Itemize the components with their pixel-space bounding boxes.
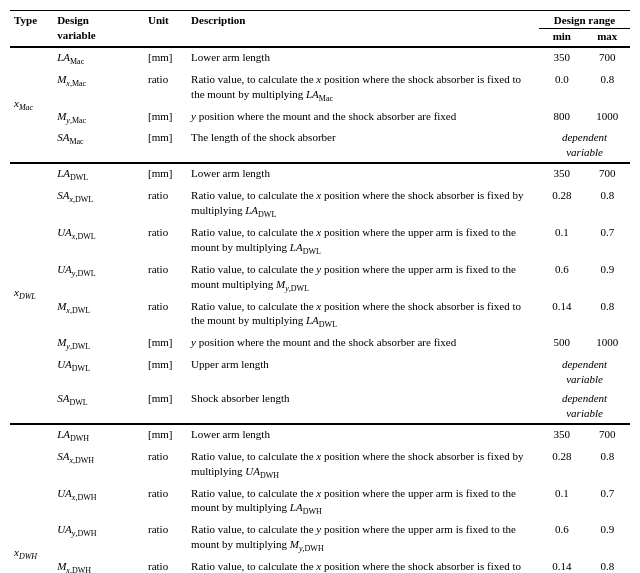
desc-sax-dwl: Ratio value, to calculate the x position… [187,186,539,223]
var-la-mac: LAMac [53,47,144,70]
desc-la-dwh: Lower arm length [187,424,539,447]
col-max-header: max [585,28,630,46]
max-my-mac: 1000 [585,107,630,129]
table-row: UAy,DWL ratio Ratio value, to calculate … [10,260,630,297]
table-row: xDWL LADWL [mm] Lower arm length 350 700 [10,163,630,186]
col-unit-header: Unit [144,11,187,47]
min-sax-dwh: 0.28 [539,447,584,484]
max-la-dwh: 700 [585,424,630,447]
min-la-dwl: 350 [539,163,584,186]
desc-ua-dwl: Upper arm length [187,355,539,389]
unit-sa-dwl: [mm] [144,389,187,424]
min-la-dwh: 350 [539,424,584,447]
desc-my-mac: y position where the mount and the shock… [187,107,539,129]
desc-my-dwl: y position where the mount and the shock… [187,333,539,355]
var-uay-dwl: UAy,DWL [53,260,144,297]
max-la-mac: 700 [585,47,630,70]
group-label-dwl: xDWL [10,163,53,424]
min-uax-dwl: 0.1 [539,223,584,260]
unit-my-dwl: [mm] [144,333,187,355]
var-la-dwh: LADWH [53,424,144,447]
var-my-dwl: My,DWL [53,333,144,355]
unit-uay-dwl: ratio [144,260,187,297]
unit-uax-dwh: ratio [144,484,187,521]
max-mx-dwl: 0.8 [585,297,630,334]
unit-ua-dwl: [mm] [144,355,187,389]
desc-mx-dwh: Ratio value, to calculate the x position… [187,557,539,573]
var-mx-dwl: Mx,DWL [53,297,144,334]
table-row: xMac LAMac [mm] Lower arm length 350 700 [10,47,630,70]
unit-sax-dwl: ratio [144,186,187,223]
min-sax-dwl: 0.28 [539,186,584,223]
table-row: SAMac [mm] The length of the shock absor… [10,128,630,163]
table-row: Mx,DWH ratio Ratio value, to calculate t… [10,557,630,573]
table-row: My,Mac [mm] y position where the mount a… [10,107,630,129]
min-uax-dwh: 0.1 [539,484,584,521]
desc-uax-dwh: Ratio value, to calculate the x position… [187,484,539,521]
unit-mx-mac: ratio [144,70,187,107]
group-label-mac: xMac [10,47,53,163]
var-sa-dwl: SADWL [53,389,144,424]
table-row: UAy,DWH ratio Ratio value, to calculate … [10,520,630,557]
desc-mx-dwl: Ratio value, to calculate the x position… [187,297,539,334]
unit-mx-dwh: ratio [144,557,187,573]
unit-la-mac: [mm] [144,47,187,70]
min-mx-dwl: 0.14 [539,297,584,334]
max-uax-dwl: 0.7 [585,223,630,260]
table-row: Mx,Mac ratio Ratio value, to calculate t… [10,70,630,107]
desc-uay-dwh: Ratio value, to calculate the y position… [187,520,539,557]
min-mx-dwh: 0.14 [539,557,584,573]
dep-sa-mac: dependent variable [539,128,630,163]
unit-mx-dwl: ratio [144,297,187,334]
col-min-header: min [539,28,584,46]
desc-uax-dwl: Ratio value, to calculate the x position… [187,223,539,260]
unit-my-mac: [mm] [144,107,187,129]
table-row: SADWL [mm] Shock absorber length depende… [10,389,630,424]
table-header-top: Type Designvariable Unit Description Des… [10,11,630,29]
max-la-dwl: 700 [585,163,630,186]
var-mx-mac: Mx,Mac [53,70,144,107]
dep-ua-dwl: dependent variable [539,355,630,389]
table-row: Mx,DWL ratio Ratio value, to calculate t… [10,297,630,334]
unit-la-dwl: [mm] [144,163,187,186]
min-my-dwl: 500 [539,333,584,355]
max-my-dwl: 1000 [585,333,630,355]
col-var-header: Designvariable [53,11,144,47]
desc-sa-mac: The length of the shock absorber [187,128,539,163]
max-sax-dwl: 0.8 [585,186,630,223]
desc-sa-dwl: Shock absorber length [187,389,539,424]
max-mx-mac: 0.8 [585,70,630,107]
max-sax-dwh: 0.8 [585,447,630,484]
unit-sax-dwh: ratio [144,447,187,484]
table-row: UAx,DWL ratio Ratio value, to calculate … [10,223,630,260]
var-ua-dwl: UADWL [53,355,144,389]
desc-la-dwl: Lower arm length [187,163,539,186]
col-type-header: Type [10,11,53,47]
min-uay-dwh: 0.6 [539,520,584,557]
table-row: xDWH LADWH [mm] Lower arm length 350 700 [10,424,630,447]
desc-sax-dwh: Ratio value, to calculate the x position… [187,447,539,484]
group-label-dwh: xDWH [10,424,53,573]
unit-sa-mac: [mm] [144,128,187,163]
table-row: My,DWL [mm] y position where the mount a… [10,333,630,355]
var-my-mac: My,Mac [53,107,144,129]
var-sa-mac: SAMac [53,128,144,163]
desc-uay-dwl: Ratio value, to calculate the y position… [187,260,539,297]
dep-sa-dwl: dependent variable [539,389,630,424]
table-row: UAx,DWH ratio Ratio value, to calculate … [10,484,630,521]
table-row: SAx,DWL ratio Ratio value, to calculate … [10,186,630,223]
var-mx-dwh: Mx,DWH [53,557,144,573]
max-uay-dwh: 0.9 [585,520,630,557]
min-my-mac: 800 [539,107,584,129]
table-row: SAx,DWH ratio Ratio value, to calculate … [10,447,630,484]
unit-uax-dwl: ratio [144,223,187,260]
col-range-header: Design range [539,11,630,29]
max-uax-dwh: 0.7 [585,484,630,521]
min-uay-dwl: 0.6 [539,260,584,297]
min-la-mac: 350 [539,47,584,70]
max-mx-dwh: 0.8 [585,557,630,573]
min-mx-mac: 0.0 [539,70,584,107]
table-row: UADWL [mm] Upper arm length dependent va… [10,355,630,389]
unit-uay-dwh: ratio [144,520,187,557]
var-sax-dwh: SAx,DWH [53,447,144,484]
